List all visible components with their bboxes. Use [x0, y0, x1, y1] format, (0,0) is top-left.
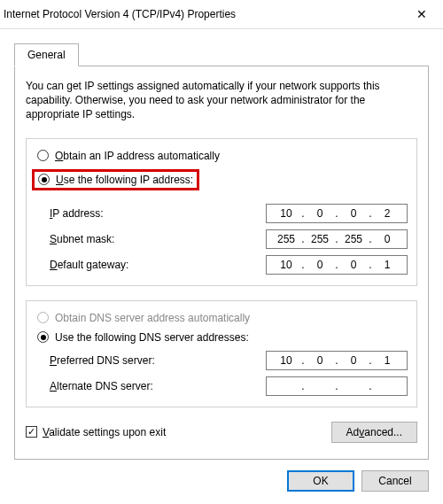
radio-label: Obtain DNS server address automatically — [55, 312, 250, 324]
field-preferred-dns: Preferred DNS server: 10. 0. 0. 1 — [50, 351, 408, 370]
radio-icon — [37, 331, 49, 343]
general-panel: You can get IP settings assigned automat… — [14, 66, 429, 460]
field-subnet-mask: Subnet mask: 255. 255. 255. 0 — [50, 229, 408, 249]
radio-obtain-ip-auto[interactable]: Obtain an IP address automatically — [35, 150, 408, 162]
input-subnet-mask[interactable]: 255. 255. 255. 0 — [266, 229, 408, 249]
close-icon: ✕ — [416, 8, 427, 20]
label-ip-address: IP address: — [50, 207, 104, 220]
content-area: General You can get IP settings assigned… — [0, 29, 443, 460]
ip-group: Obtain an IP address automatically Use t… — [26, 138, 417, 286]
radio-icon — [37, 312, 49, 323]
radio-icon — [38, 174, 50, 185]
dns-group: Obtain DNS server address automatically … — [26, 300, 417, 407]
label-subnet-mask: Subnet mask: — [50, 233, 114, 245]
dialog-window: Internet Protocol Version 4 (TCP/IPv4) P… — [0, 0, 443, 504]
label-default-gateway: Default gateway: — [50, 259, 128, 271]
ok-button[interactable]: OK — [287, 470, 354, 492]
radio-label: Obtain an IP address automatically — [55, 150, 220, 162]
advanced-button[interactable]: Advanced... — [331, 422, 417, 443]
dialog-buttons: OK Cancel — [0, 460, 443, 492]
close-button[interactable]: ✕ — [409, 5, 434, 23]
radio-use-following-ip[interactable]: Use the following IP address: — [32, 169, 199, 190]
input-preferred-dns[interactable]: 10. 0. 0. 1 — [266, 351, 408, 370]
tab-general[interactable]: General — [14, 43, 79, 66]
field-default-gateway: Default gateway: 10. 0. 0. 1 — [50, 255, 408, 275]
label-preferred-dns: Preferred DNS server: — [50, 354, 155, 367]
radio-label: Use the following IP address: — [56, 174, 193, 186]
window-title: Internet Protocol Version 4 (TCP/IPv4) P… — [4, 8, 236, 20]
radio-use-following-dns[interactable]: Use the following DNS server addresses: — [35, 331, 408, 344]
checkbox-label: Validate settings upon exit — [43, 426, 166, 438]
field-alternate-dns: Alternate DNS server: . . . — [50, 376, 408, 396]
radio-icon — [37, 150, 49, 161]
label-alternate-dns: Alternate DNS server: — [50, 380, 153, 392]
input-alternate-dns[interactable]: . . . — [266, 376, 408, 396]
intro-text: You can get IP settings assigned automat… — [26, 79, 417, 122]
field-ip-address: IP address: 10. 0. 0. 2 — [50, 204, 408, 223]
input-default-gateway[interactable]: 10. 0. 0. 1 — [266, 255, 408, 275]
titlebar: Internet Protocol Version 4 (TCP/IPv4) P… — [0, 0, 443, 29]
cancel-button[interactable]: Cancel — [361, 470, 429, 492]
input-ip-address[interactable]: 10. 0. 0. 2 — [266, 204, 408, 223]
validate-on-exit[interactable]: ✓ Validate settings upon exit — [26, 426, 166, 438]
radio-label: Use the following DNS server addresses: — [55, 331, 249, 344]
checkbox-icon: ✓ — [26, 426, 37, 438]
checkmark-icon: ✓ — [27, 427, 35, 437]
bottom-row: ✓ Validate settings upon exit Advanced..… — [26, 422, 417, 443]
radio-obtain-dns-auto: Obtain DNS server address automatically — [35, 312, 408, 324]
tab-strip: General — [14, 43, 429, 66]
